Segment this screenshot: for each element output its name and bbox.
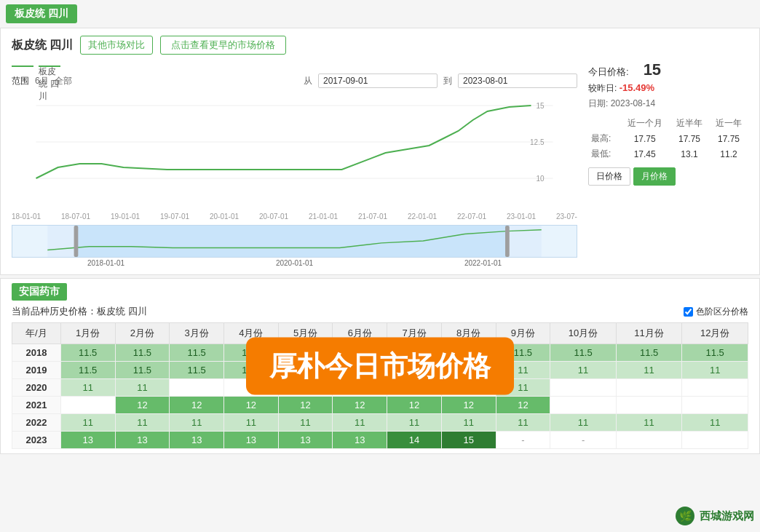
x-label: 19-01-01 — [111, 213, 140, 221]
price-cell — [550, 397, 617, 414]
price-cell: 13 — [115, 432, 170, 449]
chart-header: 板皮统 四川 其他市场对比 点击查看更早的市场价格 — [12, 36, 748, 55]
col-feb: 2月份 — [115, 323, 170, 344]
chart-body: 板皮统 四川 范围 6月 全部 从 到 15 — [12, 60, 748, 267]
price-cell: 15 — [441, 432, 496, 449]
daily-price-button[interactable]: 日价格 — [588, 167, 630, 186]
price-cell: 11 — [60, 379, 115, 397]
price-cell: 11.5 — [60, 344, 115, 362]
color-checkbox[interactable]: 色阶区分价格 — [684, 306, 748, 318]
monthly-price-button[interactable]: 月价格 — [633, 167, 676, 186]
price-cell: - — [550, 432, 617, 449]
price-cell: 12 — [224, 397, 279, 414]
x-label: 19-07-01 — [160, 213, 189, 221]
price-cell: 11.5 — [60, 362, 115, 379]
x-label: 18-01-01 — [12, 213, 41, 221]
to-label: 到 — [443, 75, 452, 87]
price-cell: 13 — [333, 432, 387, 449]
price-cell: 12 — [278, 397, 333, 414]
price-cell: 11.5 — [170, 362, 224, 379]
chart-left: 板皮统 四川 范围 6月 全部 从 到 15 — [12, 60, 577, 267]
col-sep: 9月份 — [496, 323, 550, 344]
price-cell — [682, 397, 748, 414]
price-cell: 11.5 — [441, 344, 496, 362]
to-date-input[interactable] — [458, 74, 577, 88]
price-cell: 11.5 — [496, 344, 550, 362]
year-cell: 2019 — [12, 362, 61, 379]
mini-label: 2018-01-01 — [87, 259, 124, 267]
x-label: 21-07-01 — [358, 213, 387, 221]
date-label: 日期: — [588, 98, 608, 108]
svg-text:12.5: 12.5 — [530, 138, 545, 146]
svg-rect-9 — [505, 226, 510, 257]
year-cell: 2021 — [12, 397, 61, 414]
price-cell: 12 — [441, 397, 496, 414]
price-cell: 13 — [278, 432, 333, 449]
stats-header-6m: 近半年 — [670, 116, 709, 131]
price-cell: 13 — [60, 432, 115, 449]
x-label: 23-01-01 — [507, 213, 536, 221]
year-cell: 2023 — [12, 432, 61, 449]
range-6m[interactable]: 6月 — [35, 75, 49, 87]
price-cell: 11.5 — [278, 344, 333, 362]
price-cell: 11.5 — [333, 344, 387, 362]
price-cell: 12 — [115, 397, 170, 414]
x-label: 22-01-01 — [408, 213, 437, 221]
price-type-buttons: 日价格 月价格 — [588, 167, 748, 186]
price-cell: 11.5 — [224, 344, 279, 362]
mini-label: 2022-01-01 — [464, 259, 502, 267]
price-cell — [550, 379, 617, 397]
price-cell: 11 — [550, 362, 617, 379]
chart-legend: 板皮统 四川 — [12, 60, 577, 71]
stats-header-1m: 近一个月 — [620, 116, 670, 131]
early-price-button[interactable]: 点击查看更早的市场价格 — [160, 36, 286, 55]
market-title: 安国药市 — [12, 283, 67, 301]
price-cell: 11 — [682, 414, 748, 432]
price-cell: 11 — [496, 414, 550, 432]
price-cell: - — [496, 432, 550, 449]
col-aug: 8月份 — [441, 323, 496, 344]
col-apr: 4月份 — [224, 323, 279, 344]
chart-section: 板皮统 四川 其他市场对比 点击查看更早的市场价格 板皮统 四川 范围 6月 全… — [0, 28, 760, 275]
price-cell: 11 — [333, 414, 387, 432]
stats-min-1y: 11.2 — [709, 146, 748, 162]
price-history-table: 年/月 1月份 2月份 3月份 4月份 5月份 6月份 7月份 8月份 9月份 … — [12, 322, 748, 449]
price-cell: 11 — [441, 414, 496, 432]
price-cell: 11 — [616, 414, 682, 432]
col-may: 5月份 — [278, 323, 333, 344]
compare-button[interactable]: 其他市场对比 — [80, 36, 153, 55]
stats-header-1y: 近一年 — [709, 116, 748, 131]
price-today-row: 今日价格: 15 — [588, 60, 748, 79]
from-date-input[interactable] — [318, 74, 438, 88]
history-label-text: 当前品种历史价格：板皮统 四川 — [12, 305, 147, 318]
price-cell: 12 — [170, 397, 224, 414]
chart-area-wrapper: 15 12.5 10 18-01-01 18-07-01 19-01-01 19… — [12, 91, 577, 267]
stats-max-1m: 17.75 — [620, 131, 670, 146]
color-checkbox-input[interactable] — [684, 307, 693, 317]
price-cell: 11.5 — [224, 362, 279, 379]
price-cell: 13 — [170, 432, 224, 449]
year-cell: 2020 — [12, 379, 61, 397]
price-cell: 12 — [387, 397, 442, 414]
price-cell — [387, 379, 442, 397]
x-label: 20-07-01 — [259, 213, 288, 221]
history-label-row: 当前品种历史价格：板皮统 四川 色阶区分价格 — [12, 305, 748, 318]
range-all[interactable]: 全部 — [55, 75, 72, 87]
stats-max-1y: 17.75 — [709, 131, 748, 146]
price-cell: 11 — [387, 414, 442, 432]
col-dec: 12月份 — [682, 323, 748, 344]
price-cell: 11 — [682, 362, 748, 379]
stats-max-label: 最高: — [588, 131, 620, 146]
chart-title: 板皮统 四川 — [12, 38, 73, 53]
stats-table: 近一个月 近半年 近一年 最高: 17.75 17.75 17.75 最低: 1… — [588, 116, 748, 162]
price-cell: 11.5 — [115, 362, 170, 379]
table-row: 2022 11 11 11 11 11 11 11 11 11 11 11 11 — [12, 414, 748, 432]
price-cell: 13 — [224, 432, 279, 449]
mini-range-labels: 2018-01-01 2020-01-01 2022-01-01 — [12, 259, 577, 267]
mini-chart[interactable] — [12, 225, 577, 258]
col-mar: 3月份 — [170, 323, 224, 344]
price-cell: 11 — [441, 362, 496, 379]
x-label: 23-07- — [556, 213, 577, 221]
year-cell: 2022 — [12, 414, 61, 432]
price-cell: 11 — [278, 414, 333, 432]
